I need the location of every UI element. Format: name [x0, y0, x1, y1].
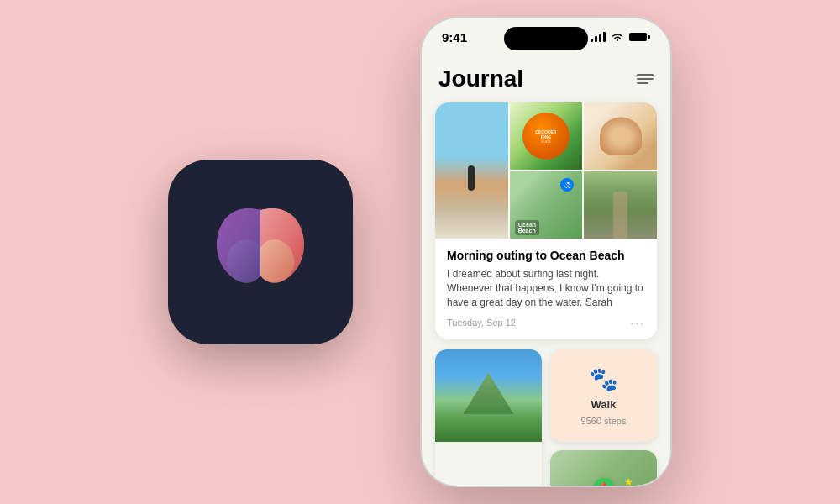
wifi-icon: [611, 32, 624, 42]
ocean-beach-map-cell: 🏖 OceanBeach: [510, 171, 583, 239]
svg-rect-1: [595, 36, 597, 42]
journal-card-beach[interactable]: DECODERRING SLATE 🏖: [435, 102, 657, 339]
decoder-ring-sub: SLATE: [541, 139, 551, 144]
shell-shape: [600, 118, 642, 155]
card-body: I dreamed about surfing last night. When…: [447, 267, 645, 309]
right-mini-cards: 🐾 Walk 9560 steps 📍 ★ Mt. Diablo State P…: [550, 349, 657, 486]
path-photo: [584, 171, 657, 239]
map-star-icon: ★: [624, 476, 633, 486]
walk-label: Walk: [591, 398, 617, 411]
image-grid: DECODERRING SLATE 🏖: [435, 102, 657, 239]
main-container: 9:41: [0, 0, 840, 504]
ocean-beach-pin: 🏖: [560, 178, 574, 192]
card-menu-dots[interactable]: ···: [630, 316, 645, 329]
svg-rect-0: [591, 39, 593, 42]
dynamic-island: [504, 27, 588, 50]
svg-rect-4: [629, 33, 647, 41]
shell-photo-cell: [584, 102, 657, 170]
cards-row: 🐾 Walk 9560 steps 📍 ★ Mt. Diablo State P…: [435, 349, 657, 486]
shell-photo: [584, 102, 657, 170]
decoder-ring-cell: DECODERRING SLATE: [510, 102, 583, 170]
card-text: Morning outing to Ocean Beach I dreamed …: [435, 239, 657, 339]
ocean-beach-label: OceanBeach: [515, 220, 539, 235]
page-title: Journal: [438, 66, 523, 92]
decoder-ring-image: DECODERRING SLATE: [510, 102, 583, 170]
signal-icon: [591, 32, 606, 42]
journal-header: Journal: [422, 55, 670, 99]
walk-steps: 9560 steps: [581, 416, 627, 426]
card-footer: Tuesday, Sep 12 ···: [447, 316, 645, 329]
app-icon-wrapper: [168, 160, 353, 344]
diablo-pin-icon: 📍: [594, 478, 614, 486]
diablo-map-card[interactable]: 📍 ★ Mt. Diablo State Park: [550, 450, 657, 486]
card-date: Tuesday, Sep 12: [447, 318, 516, 328]
walk-card[interactable]: 🐾 Walk 9560 steps: [550, 349, 657, 442]
status-bar: 9:41: [422, 18, 670, 55]
svg-rect-3: [603, 32, 606, 42]
decoder-ring-title: DECODERRING: [535, 129, 556, 139]
mountain-card[interactable]: [435, 349, 542, 486]
battery-icon: [629, 32, 650, 42]
mountain-photo: [435, 349, 542, 442]
phone-frame: 9:41: [420, 17, 672, 487]
svg-rect-2: [599, 34, 601, 42]
ocean-beach-map: 🏖 OceanBeach: [510, 171, 583, 239]
status-bar-right: [591, 32, 650, 42]
app-icon: [168, 160, 353, 344]
decoder-ring-logo: DECODERRING SLATE: [522, 113, 570, 160]
card-title: Morning outing to Ocean Beach: [447, 249, 645, 262]
beach-photo: [435, 102, 508, 239]
menu-button[interactable]: [637, 74, 654, 84]
walk-icon: 🐾: [589, 365, 618, 393]
svg-rect-5: [648, 35, 650, 39]
beach-photo-cell: [435, 102, 508, 239]
path-photo-cell: [584, 171, 657, 239]
app-content[interactable]: Journal: [422, 55, 670, 486]
status-bar-time: 9:41: [442, 30, 467, 45]
